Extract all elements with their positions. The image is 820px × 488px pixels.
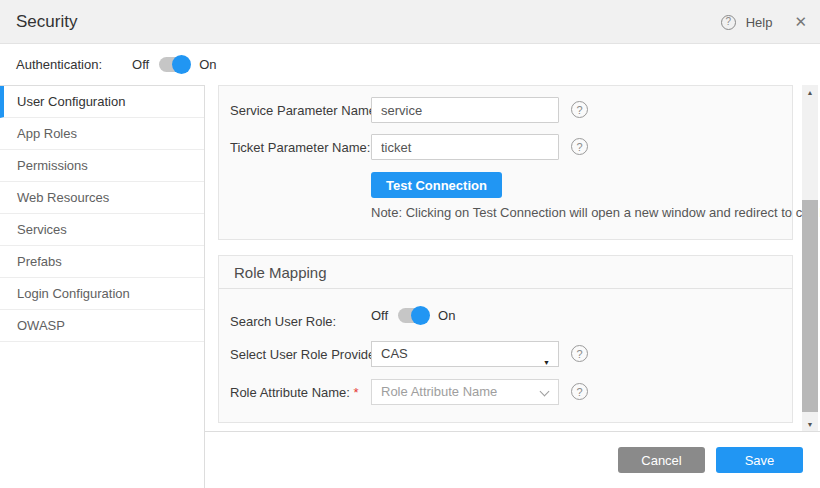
authentication-row: Authentication: Off On (0, 44, 820, 85)
authentication-on-label: On (199, 57, 216, 72)
action-footer: Cancel Save (205, 431, 820, 488)
help-icon[interactable]: ? (721, 15, 736, 30)
app-header: Security ? Help ✕ (0, 0, 820, 44)
role-mapping-card: Role Mapping Search User Role: Off On Se… (218, 255, 793, 423)
header-actions: ? Help ✕ (721, 0, 807, 44)
toggle-knob (411, 306, 430, 325)
role-mapping-title: Role Mapping (219, 256, 792, 289)
service-parameter-help-icon[interactable]: ? (571, 101, 588, 118)
role-attribute-placeholder: Role Attribute Name (381, 384, 497, 399)
scroll-up-icon[interactable]: ▲ (802, 85, 818, 99)
page-title: Security (16, 0, 77, 44)
user-configuration-panel: Service Parameter Name: * ? Ticket Param… (205, 85, 820, 431)
search-user-role-label: Search User Role: (230, 314, 336, 329)
role-attribute-help-icon[interactable]: ? (571, 383, 588, 400)
authentication-label: Authentication: (16, 57, 102, 72)
sidebar-item-permissions[interactable]: Permissions (0, 150, 204, 182)
chevron-down-icon (540, 387, 550, 397)
authentication-off-label: Off (132, 57, 149, 72)
ticket-parameter-help-icon[interactable]: ? (571, 138, 588, 155)
cas-parameters-card: Service Parameter Name: * ? Ticket Param… (218, 85, 793, 240)
role-provider-help-icon[interactable]: ? (571, 345, 588, 362)
toggle-knob (172, 55, 191, 74)
sidebar-item-login-configuration[interactable]: Login Configuration (0, 278, 204, 310)
search-user-role-toggle-row: Off On (371, 308, 455, 323)
cancel-button[interactable]: Cancel (618, 447, 705, 473)
sidebar-item-user-configuration[interactable]: User Configuration (0, 86, 204, 118)
search-user-role-on-label: On (438, 308, 455, 323)
search-user-role-toggle[interactable] (398, 308, 428, 323)
scroll-down-icon[interactable]: ▼ (802, 417, 818, 431)
sidebar-item-prefabs[interactable]: Prefabs (0, 246, 204, 278)
dropdown-caret-icon: ▼ (543, 351, 550, 375)
ticket-parameter-input[interactable] (371, 134, 559, 160)
role-provider-select[interactable]: CAS ▼ (371, 341, 559, 367)
help-link[interactable]: Help (746, 15, 773, 30)
sidebar-item-web-resources[interactable]: Web Resources (0, 182, 204, 214)
test-connection-note: Note: Clicking on Test Connection will o… (371, 205, 820, 220)
settings-sidebar: User Configuration App Roles Permissions… (0, 85, 205, 488)
sidebar-item-app-roles[interactable]: App Roles (0, 118, 204, 150)
role-attribute-combobox[interactable]: Role Attribute Name (371, 379, 559, 405)
ticket-parameter-label: Ticket Parameter Name: * (230, 140, 379, 155)
vertical-scrollbar[interactable]: ▲ ▼ (802, 85, 818, 431)
sidebar-item-services[interactable]: Services (0, 214, 204, 246)
test-connection-button[interactable]: Test Connection (371, 172, 502, 198)
search-user-role-off-label: Off (371, 308, 388, 323)
sidebar-item-owasp[interactable]: OWASP (0, 310, 204, 342)
role-provider-label: Select User Role Provider: (230, 347, 383, 362)
authentication-toggle[interactable] (159, 57, 189, 72)
role-attribute-label: Role Attribute Name: * (230, 385, 359, 400)
close-icon[interactable]: ✕ (794, 13, 807, 31)
scrollbar-thumb[interactable] (802, 200, 818, 412)
role-provider-value: CAS (381, 346, 408, 361)
service-parameter-label: Service Parameter Name: * (230, 103, 388, 118)
required-asterisk: * (354, 385, 359, 400)
save-button[interactable]: Save (716, 447, 803, 473)
service-parameter-input[interactable] (371, 97, 559, 123)
